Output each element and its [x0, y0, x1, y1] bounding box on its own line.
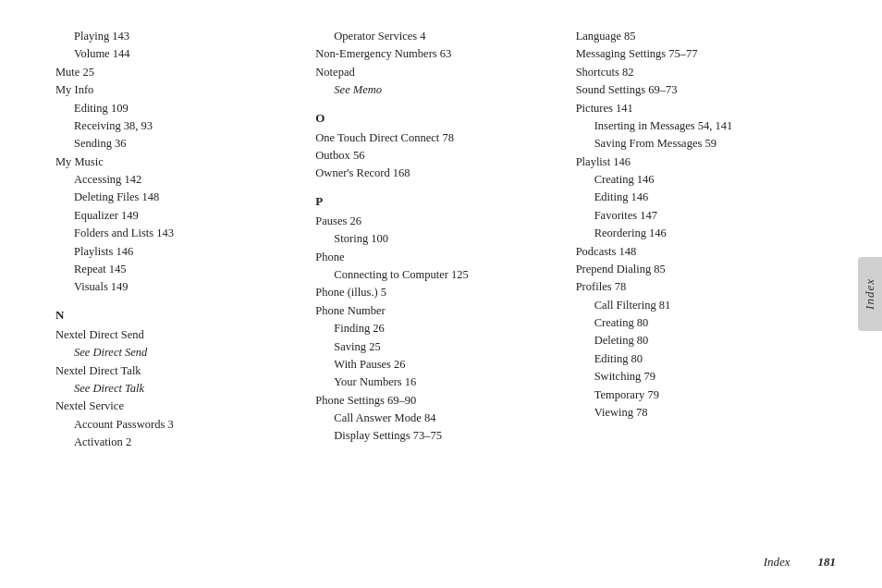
column-1: Playing 143 Volume 144 Mute 25 My Info E… [55, 28, 306, 536]
list-item: Prepend Dialing 85 [576, 261, 817, 278]
list-item: Call Filtering 81 [576, 297, 817, 314]
list-item: Non-Emergency Numbers 63 [315, 45, 557, 63]
list-item: Shortcuts 82 [576, 64, 817, 81]
list-item: Favorites 147 [576, 207, 817, 225]
list-item: Connecting to Computer 125 [315, 266, 557, 284]
list-item: Mute 25 [55, 64, 297, 81]
list-item: Your Numbers 16 [315, 374, 557, 391]
list-item: Account Passwords 3 [55, 416, 297, 434]
list-item: See Memo [315, 81, 557, 99]
list-item: Inserting in Messages 54, 141 [576, 117, 817, 135]
list-item: Deleting 80 [576, 332, 817, 349]
list-item: Nextel Direct Send [55, 326, 297, 344]
list-item: Nextel Service [55, 398, 297, 415]
list-item: Messaging Settings 75–77 [576, 45, 817, 63]
footer-page-number: 181 [818, 555, 837, 570]
list-item: Repeat 145 [55, 261, 297, 278]
column-3: Language 85 Messaging Settings 75–77 Sho… [567, 28, 845, 536]
list-item: My Music [55, 153, 297, 171]
list-item: Deleting Files 148 [55, 189, 297, 206]
list-item: Phone Number [315, 302, 557, 320]
list-item: Storing 100 [315, 230, 557, 248]
list-item: One Touch Direct Connect 78 [315, 129, 557, 147]
list-item: Display Settings 73–75 [315, 427, 557, 445]
list-item: My Info [55, 81, 297, 99]
list-item: Saving 25 [315, 338, 557, 356]
list-item: See Direct Talk [55, 380, 297, 398]
list-item: Phone [315, 249, 557, 266]
column-2: Operator Services 4 Non-Emergency Number… [306, 28, 566, 536]
list-item: Language 85 [576, 28, 817, 45]
list-item: Creating 80 [576, 314, 817, 332]
list-item: Pauses 26 [315, 213, 557, 230]
list-item: Sound Settings 69–73 [576, 81, 817, 99]
list-item: Visuals 149 [55, 278, 297, 296]
list-item: Playlist 146 [576, 153, 817, 171]
list-item: Temporary 79 [576, 386, 817, 404]
list-item: Profiles 78 [576, 278, 817, 296]
list-item: Equalizer 149 [55, 207, 297, 225]
list-item: Saving From Messages 59 [576, 135, 817, 153]
list-item: Outbox 56 [315, 147, 557, 165]
list-item: Playing 143 [55, 28, 297, 45]
list-item: Folders and Lists 143 [55, 225, 297, 242]
list-item: Reordering 146 [576, 225, 817, 242]
list-item: Switching 79 [576, 368, 817, 386]
list-item: Receiving 38, 93 [55, 117, 297, 135]
section-letter-n: N [55, 306, 297, 325]
list-item: With Pauses 26 [315, 356, 557, 374]
list-item: Nextel Direct Talk [55, 362, 297, 380]
columns: Playing 143 Volume 144 Mute 25 My Info E… [55, 28, 845, 536]
list-item: Pictures 141 [576, 100, 817, 117]
list-item: Finding 26 [315, 320, 557, 337]
list-item: See Direct Send [55, 344, 297, 361]
page: Playing 143 Volume 144 Mute 25 My Info E… [0, 0, 882, 588]
section-letter-p: P [315, 192, 557, 211]
list-item: Notepad [315, 64, 557, 81]
list-item: Editing 80 [576, 350, 817, 368]
side-tab-label: Index [863, 278, 877, 310]
list-item: Volume 144 [55, 45, 297, 63]
list-item: Sending 36 [55, 135, 297, 153]
list-item: Viewing 78 [576, 404, 817, 422]
list-item: Editing 109 [55, 100, 297, 117]
list-item: Playlists 146 [55, 243, 297, 261]
list-item: Operator Services 4 [315, 28, 557, 45]
list-item: Phone (illus.) 5 [315, 284, 557, 301]
list-item: Podcasts 148 [576, 243, 817, 261]
list-item: Activation 2 [55, 434, 297, 451]
list-item: Phone Settings 69–90 [315, 392, 557, 410]
section-letter-o: O [315, 109, 557, 128]
footer-label: Index [764, 555, 790, 570]
list-item: Accessing 142 [55, 171, 297, 189]
footer: Index 181 [764, 555, 836, 570]
list-item: Call Answer Mode 84 [315, 410, 557, 427]
list-item: Editing 146 [576, 189, 817, 206]
list-item: Owner's Record 168 [315, 165, 557, 182]
side-tab: Index [858, 257, 882, 331]
list-item: Creating 146 [576, 171, 817, 189]
